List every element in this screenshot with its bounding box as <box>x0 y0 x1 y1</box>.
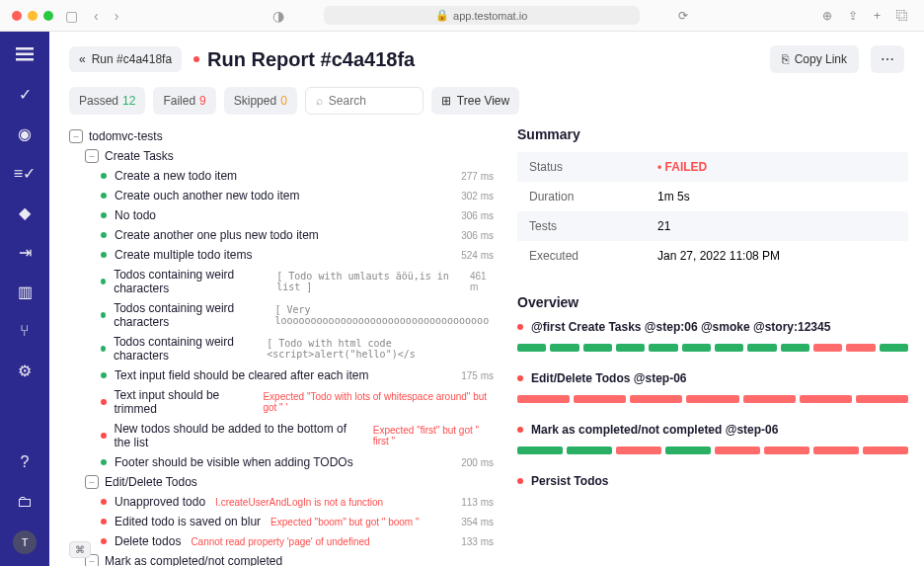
import-icon[interactable]: ⇥ <box>14 241 36 263</box>
collapse-icon[interactable]: – <box>85 475 99 489</box>
summary-value: FAILED <box>646 152 908 182</box>
overview-bar[interactable] <box>863 446 908 454</box>
status-dot-icon <box>193 56 199 62</box>
shield-icon[interactable]: ◑ <box>269 8 288 24</box>
overview-bar[interactable] <box>846 344 875 352</box>
test-extra: [ Very loooooooooooooooooooooooooooooooo… <box>274 304 494 326</box>
test-item[interactable]: Edited todo is saved on blur <box>115 515 261 528</box>
overview-item-label[interactable]: Persist Todos <box>517 474 908 488</box>
overview-bar[interactable] <box>813 344 842 352</box>
browser-bar: ▢ ‹ › ◑ 🔒app.testomat.io ⟳ ⊕ ⇪ + ⿻ <box>0 0 924 32</box>
check-icon[interactable]: ✓ <box>14 83 36 105</box>
branch-icon[interactable]: ⑂ <box>14 320 36 342</box>
test-item[interactable]: Unapproved todo <box>115 495 205 509</box>
tree-group[interactable]: Edit/Delete Todos <box>105 475 197 489</box>
overview-bar[interactable] <box>800 395 852 403</box>
overview-bar[interactable] <box>764 446 809 454</box>
overview-bar[interactable] <box>686 395 738 403</box>
play-icon[interactable]: ◉ <box>14 122 36 144</box>
copy-link-button[interactable]: ⎘ Copy Link <box>770 45 859 73</box>
more-button[interactable]: ⋯ <box>871 45 904 73</box>
overview-item-label[interactable]: Edit/Delete Todos @step-06 <box>517 371 908 385</box>
overview-bar[interactable] <box>649 344 677 352</box>
search-field[interactable] <box>329 94 413 108</box>
sidebar-toggle-icon[interactable]: ▢ <box>61 8 82 24</box>
test-item[interactable]: Create multiple todo items <box>115 248 252 262</box>
overview-bar[interactable] <box>665 446 711 454</box>
tree-group[interactable]: Create Tasks <box>105 149 174 163</box>
close-window-icon[interactable] <box>12 11 22 21</box>
filter-passed[interactable]: Passed 12 <box>69 87 145 115</box>
forward-icon[interactable]: › <box>111 8 123 24</box>
overview-bar[interactable] <box>747 344 776 352</box>
back-button[interactable]: « Run #c4a418fa <box>69 46 182 72</box>
test-item[interactable]: No todo <box>115 208 156 222</box>
overview-bar[interactable] <box>630 395 682 403</box>
maximize-window-icon[interactable] <box>43 11 53 21</box>
tabs-icon[interactable]: ⿻ <box>892 9 912 23</box>
test-item[interactable]: Todos containing weird characters <box>114 301 267 329</box>
overview-bar[interactable] <box>856 395 908 403</box>
overview-bar[interactable] <box>682 344 711 352</box>
url-bar[interactable]: 🔒app.testomat.io <box>296 6 666 25</box>
refresh-icon[interactable]: ⟳ <box>674 9 692 23</box>
test-item[interactable]: Create ouch another new todo item <box>115 189 299 202</box>
filter-failed[interactable]: Failed 9 <box>153 87 215 115</box>
gear-icon[interactable]: ⚙ <box>14 360 36 381</box>
overview-bar[interactable] <box>550 344 578 352</box>
svg-rect-2 <box>16 58 34 61</box>
collapse-icon[interactable]: – <box>85 149 99 163</box>
test-duration: 306 ms <box>453 210 494 221</box>
test-item[interactable]: Todos containing weird characters <box>114 268 269 295</box>
tree-group[interactable]: Mark as completed/not completed <box>105 554 282 566</box>
overview-bar[interactable] <box>616 344 645 352</box>
status-dot-icon <box>101 399 107 405</box>
test-item[interactable]: New todos should be added to the bottom … <box>115 422 363 449</box>
test-item[interactable]: Create another one plus new todo item <box>115 228 319 242</box>
collapse-icon[interactable]: – <box>69 129 83 143</box>
download-icon[interactable]: ⊕ <box>818 9 836 23</box>
chart-icon[interactable]: ▥ <box>14 281 36 302</box>
tree-root[interactable]: todomvc-tests <box>89 129 163 143</box>
overview-item-label[interactable]: Mark as completed/not completed @step-06 <box>517 423 908 437</box>
test-item[interactable]: Create a new todo item <box>115 169 237 183</box>
overview-bar[interactable] <box>574 395 626 403</box>
overview-bar[interactable] <box>583 344 612 352</box>
menu-icon[interactable] <box>14 43 36 65</box>
window-controls[interactable] <box>12 11 53 21</box>
app-sidebar: ✓ ◉ ≡✓ ◆ ⇥ ▥ ⑂ ⚙ ? 🗀 T <box>0 32 49 566</box>
status-dot-icon <box>101 312 106 318</box>
overview-bar[interactable] <box>813 446 859 454</box>
overview-bar[interactable] <box>781 344 809 352</box>
help-icon[interactable]: ? <box>14 451 36 473</box>
overview-bar[interactable] <box>715 446 760 454</box>
overview-item-label[interactable]: @first Create Tasks @step:06 @smoke @sto… <box>517 320 908 334</box>
back-icon[interactable]: ‹ <box>90 8 103 24</box>
overview-bar[interactable] <box>517 446 563 454</box>
overview-bar[interactable] <box>616 446 661 454</box>
avatar[interactable]: T <box>13 530 37 554</box>
test-item[interactable]: Todos containing weird characters <box>114 335 259 363</box>
summary-label: Executed <box>517 241 646 271</box>
test-item[interactable]: Footer should be visible when adding TOD… <box>115 455 353 469</box>
share-icon[interactable]: ⇪ <box>844 9 862 23</box>
overview-bar[interactable] <box>567 446 612 454</box>
layers-icon[interactable]: ◆ <box>14 202 36 223</box>
folder-icon[interactable]: 🗀 <box>14 491 36 513</box>
overview-bar[interactable] <box>517 395 570 403</box>
list-icon[interactable]: ≡✓ <box>14 162 36 184</box>
test-item[interactable]: Delete todos <box>115 534 181 548</box>
overview-bar[interactable] <box>743 395 796 403</box>
test-item[interactable]: Text input field should be cleared after… <box>115 368 368 382</box>
search-icon: ⌕ <box>316 94 323 108</box>
test-item[interactable]: Text input should be trimmed <box>115 388 254 416</box>
overview-bar[interactable] <box>517 344 546 352</box>
overview-bar[interactable] <box>715 344 743 352</box>
filter-skipped[interactable]: Skipped 0 <box>224 87 297 115</box>
status-dot-icon <box>517 375 523 381</box>
tree-view-button[interactable]: ⊞ Tree View <box>431 87 519 115</box>
new-tab-icon[interactable]: + <box>870 9 885 23</box>
overview-bar[interactable] <box>880 344 908 352</box>
minimize-window-icon[interactable] <box>28 11 38 21</box>
search-input[interactable]: ⌕ <box>305 87 424 115</box>
